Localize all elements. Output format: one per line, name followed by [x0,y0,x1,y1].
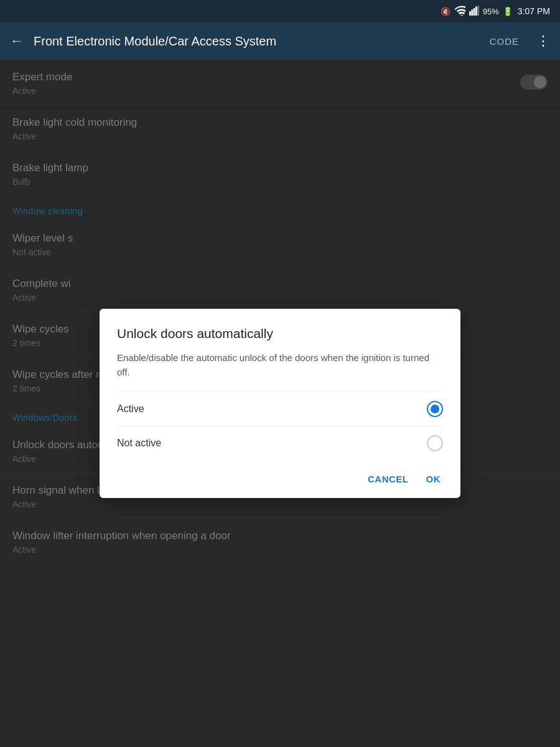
dialog: Unlock doors automatically Enable/disabl… [100,309,460,498]
status-bar: 🔇 95% 🔋 3:07 PM [0,0,560,22]
dialog-option-active[interactable]: Active [117,392,443,426]
svg-rect-4 [475,6,477,16]
menu-button[interactable]: ⋮ [536,33,550,49]
dialog-option-not-active[interactable]: Not active [117,426,443,460]
page-title: Front Electronic Module/Car Access Syste… [34,34,480,49]
dialog-actions: CANCEL OK [117,460,443,488]
code-button[interactable]: CODE [490,36,519,47]
wifi-icon [454,6,465,17]
svg-rect-1 [469,11,471,16]
svg-point-0 [460,14,464,15]
ok-button[interactable]: OK [424,470,444,488]
status-time: 3:07 PM [518,6,550,16]
mute-icon: 🔇 [441,7,450,16]
svg-rect-3 [473,8,475,16]
dialog-overlay: Unlock doors automatically Enable/disabl… [0,60,560,747]
back-button[interactable]: ← [10,33,24,49]
dialog-title: Unlock doors automatically [117,326,443,341]
background-content: Expert mode Active Brake light cold moni… [0,60,560,747]
battery-level: 95% [483,7,499,16]
radio-active-inner [431,405,439,413]
svg-rect-5 [477,6,479,16]
status-icons: 🔇 95% 🔋 [441,6,513,17]
dialog-option-active-label: Active [117,403,144,415]
radio-active[interactable] [427,401,443,417]
radio-not-active[interactable] [427,435,443,451]
svg-rect-2 [471,9,473,15]
battery-icon: 🔋 [503,7,513,16]
signal-icon [469,6,479,17]
dialog-description: Enable/disable the automatic unlock of t… [117,351,443,379]
top-bar: ← Front Electronic Module/Car Access Sys… [0,22,560,60]
cancel-button[interactable]: CANCEL [365,470,411,488]
dialog-option-not-active-label: Not active [117,438,161,449]
